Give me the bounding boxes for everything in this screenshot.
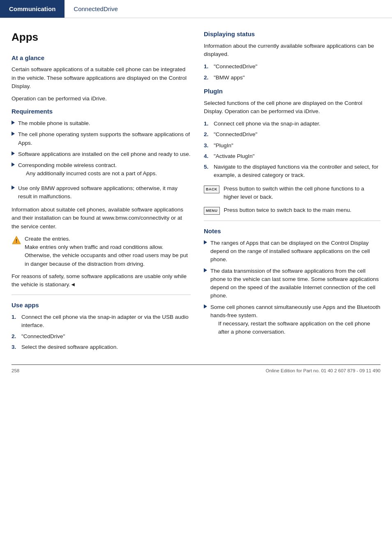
bullet-arrow-icon <box>12 132 15 136</box>
breadcrumb-connecteddrive[interactable]: ConnectedDrive <box>65 0 127 18</box>
warning-icon: ! <box>12 235 21 245</box>
back-button-icon: BACK <box>204 186 219 193</box>
sub-note: If necessary, restart the software appli… <box>218 320 380 337</box>
svg-text:!: ! <box>16 238 17 244</box>
bullet-arrow-icon <box>12 186 15 190</box>
edition-text: Online Edition for Part no. 01 40 2 607 … <box>266 367 380 374</box>
warning-block: ! Create the entries. Make entries only … <box>12 235 191 268</box>
bullet-arrow-icon <box>204 268 207 272</box>
list-item: The mobile phone is suitable. <box>12 119 191 128</box>
list-item: 1.Connect the cell phone via the snap-in… <box>12 313 191 330</box>
section-at-a-glance: At a glance <box>12 53 191 63</box>
breadcrumb: Communication ConnectedDrive <box>0 0 392 18</box>
safety-para: For reasons of safety, some software app… <box>12 272 191 289</box>
divider <box>12 295 191 295</box>
plugin-steps: 1.Connect cell phone via the snap-in ada… <box>204 120 380 180</box>
list-item: 3."PlugIn" <box>204 142 380 150</box>
bullet-arrow-icon <box>204 304 207 309</box>
displaying-status-para: Information about the currently availabl… <box>204 42 380 59</box>
sub-bullet-cost: Any additionally incurred costs are not … <box>26 169 157 178</box>
bullet-arrow-icon <box>12 151 15 155</box>
page-title: Apps <box>12 30 191 45</box>
list-item: 2."ConnectedDrive" <box>204 130 380 139</box>
warning-text: Create the entries. Make entries only wh… <box>25 235 191 268</box>
divider <box>204 220 380 221</box>
use-apps-steps: 1.Connect the cell phone via the snap-in… <box>12 313 191 351</box>
left-column: Apps At a glance Certain software applic… <box>12 30 191 356</box>
list-item: Some cell phones cannot simultaneously u… <box>204 303 380 340</box>
back-button-block: BACK Press button to switch within the c… <box>204 185 380 202</box>
section-displaying-status: Displaying status <box>204 30 380 39</box>
page-number: 258 <box>12 367 19 374</box>
list-item: 4."Activate PlugIn" <box>204 152 380 160</box>
menu-button-block: MENU Press button twice to switch back t… <box>204 206 380 215</box>
bullet-arrow-icon <box>12 162 15 167</box>
at-a-glance-para1: Certain software applications of a suita… <box>12 65 191 91</box>
right-column: Displaying status Information about the … <box>204 30 380 356</box>
main-content: Apps At a glance Certain software applic… <box>0 18 392 364</box>
footer: 258 Online Edition for Part no. 01 40 2 … <box>12 364 380 374</box>
requirements-list: The mobile phone is suitable. The cell p… <box>12 119 191 201</box>
info-para: Information about suitable cell phones, … <box>12 206 191 231</box>
list-item: 2."BMW apps" <box>204 74 380 82</box>
section-notes: Notes <box>204 227 380 236</box>
bullet-arrow-icon <box>204 240 207 244</box>
bullet-arrow-icon <box>12 121 15 125</box>
section-use-apps: Use apps <box>12 301 191 310</box>
list-item: 1.Connect cell phone via the snap-in ada… <box>204 120 380 128</box>
section-plugin: PlugIn <box>204 87 380 96</box>
list-item: Corresponding mobile wireless contract. … <box>12 161 191 181</box>
list-item: 1."ConnectedDrive" <box>204 63 380 71</box>
menu-button-icon: MENU <box>204 207 220 215</box>
list-item: The cell phone operating system supports… <box>12 130 191 147</box>
list-item: 5.Navigate to the displayed functions vi… <box>204 163 380 180</box>
menu-button-text: Press button twice to switch back to the… <box>224 206 352 214</box>
back-button-text: Press button to switch within the cell p… <box>224 185 380 202</box>
list-item: Use only BMW approved software applicati… <box>12 184 191 201</box>
list-item: 3.Select the desired software applicatio… <box>12 343 191 351</box>
breadcrumb-communication[interactable]: Communication <box>0 0 65 18</box>
section-requirements: Requirements <box>12 107 191 116</box>
list-item: The ranges of Apps that can be displayed… <box>204 239 380 264</box>
list-item: The data transmission of the software ap… <box>204 267 380 300</box>
list-item: Software applications are installed on t… <box>12 150 191 158</box>
list-item: 2."ConnectedDrive" <box>12 332 191 341</box>
at-a-glance-para2: Operation can be performed via iDrive. <box>12 95 191 103</box>
notes-list: The ranges of Apps that can be displayed… <box>204 239 380 340</box>
displaying-status-steps: 1."ConnectedDrive" 2."BMW apps" <box>204 63 380 82</box>
plugin-para: Selected functions of the cell phone are… <box>204 99 380 116</box>
